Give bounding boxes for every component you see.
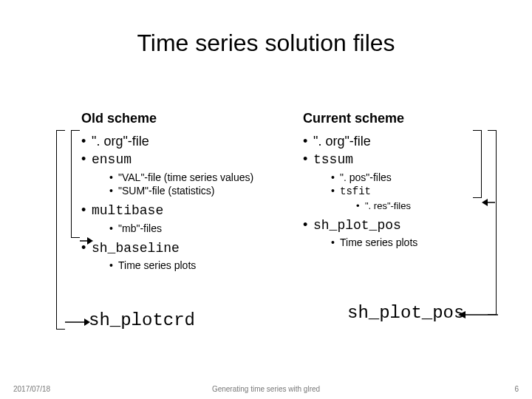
old-ensum: ensum "VAL"-file (time series values) "S…	[81, 150, 296, 198]
sh-plot-pos-command: sh_plot_pos	[347, 303, 464, 323]
old-scheme-list: ". org"-file ensum "VAL"-file (time seri…	[81, 132, 296, 273]
old-multibase-label: multibase	[92, 203, 163, 218]
cur-org-file: ". org"-file	[303, 132, 517, 150]
old-ts-plots: Time series plots	[109, 259, 296, 273]
footer-page: 6	[514, 385, 519, 393]
right-bracket-inner	[473, 130, 482, 198]
cur-sh-plot-pos-label: sh_plot_pos	[313, 218, 401, 233]
old-multibase: multibase "mb"-files	[81, 201, 296, 235]
cur-sh-plot-pos: sh_plot_pos Time series plots	[303, 216, 517, 250]
old-sh-baseline-label: sh_baseline	[92, 241, 180, 256]
slide: Time series solution files Old scheme ".…	[0, 0, 532, 399]
old-sum-file: "SUM"-file (statistics)	[109, 184, 296, 198]
current-scheme-heading: Current scheme	[303, 111, 517, 126]
footer-center: Generating time series with glred	[0, 385, 532, 393]
svg-marker-3	[87, 237, 93, 245]
right-bracket-outer	[488, 130, 497, 315]
slide-title: Time series solution files	[0, 30, 532, 57]
svg-marker-5	[482, 199, 488, 206]
old-scheme-column: Old scheme ". org"-file ensum "VAL"-file…	[81, 111, 296, 276]
old-scheme-heading: Old scheme	[81, 111, 296, 126]
left-bracket-outer	[56, 130, 65, 330]
old-mb-files: "mb"-files	[109, 222, 296, 236]
current-scheme-column: Current scheme ". org"-file tssum ". pos…	[303, 111, 517, 253]
old-ensum-label: ensum	[92, 152, 132, 167]
left-bracket-inner	[71, 130, 80, 238]
old-org-file: ". org"-file	[81, 132, 296, 150]
old-val-file: "VAL"-file (time series values)	[109, 171, 296, 185]
cur-tssum-label: tssum	[313, 152, 353, 167]
current-scheme-list: ". org"-file tssum ". pos"-files tsfit "…	[303, 132, 517, 250]
cur-tsfit-label: tsfit	[340, 185, 371, 197]
old-sh-baseline: sh_baseline Time series plots	[81, 239, 296, 273]
sh-plotcrd-command: sh_plotcrd	[89, 310, 195, 330]
